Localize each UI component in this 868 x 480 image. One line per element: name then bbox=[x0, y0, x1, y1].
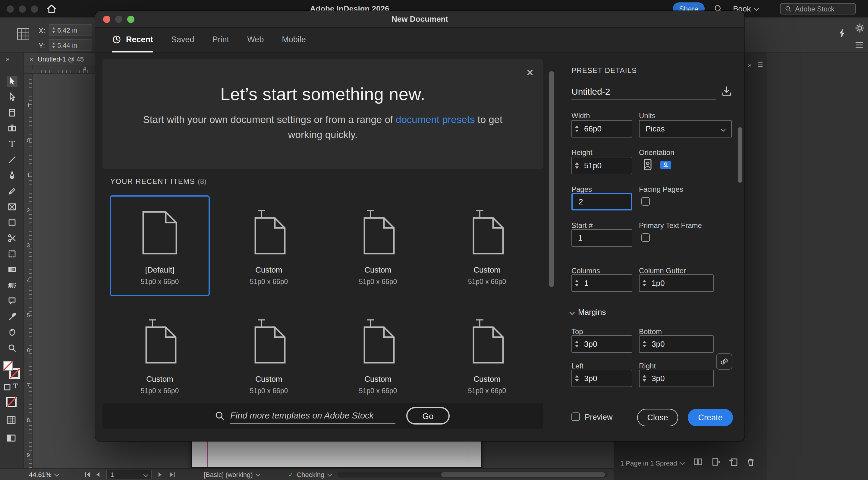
go-button[interactable]: Go bbox=[406, 407, 450, 424]
formatting-affects-text-icon[interactable]: T bbox=[13, 382, 18, 390]
stock-search-input[interactable]: Find more templates on Adobe Stock bbox=[230, 408, 396, 424]
preset-card-custom[interactable]: Custom 51p0 x 66p0 bbox=[328, 196, 428, 296]
home-icon[interactable] bbox=[46, 3, 57, 14]
hand-tool[interactable] bbox=[7, 327, 18, 338]
margin-left-stepper[interactable] bbox=[572, 370, 581, 387]
pages-count-input[interactable]: 2 bbox=[571, 193, 632, 210]
previous-page-icon[interactable] bbox=[95, 472, 100, 478]
gradient-feather-tool[interactable] bbox=[7, 280, 18, 291]
preflight-status-dropdown[interactable]: ✓Checking bbox=[288, 471, 332, 479]
margin-right-input[interactable]: 3p0 bbox=[639, 370, 714, 387]
margin-right-stepper[interactable] bbox=[640, 370, 649, 387]
screen-mode-icon[interactable] bbox=[6, 433, 16, 443]
download-preset-icon[interactable] bbox=[721, 86, 733, 97]
type-tool[interactable]: T bbox=[7, 139, 18, 150]
gradient-swatch-tool[interactable] bbox=[7, 264, 18, 275]
columns-stepper[interactable] bbox=[572, 275, 581, 291]
gap-tool[interactable] bbox=[7, 123, 18, 134]
column-gutter-stepper[interactable] bbox=[640, 275, 649, 291]
column-gutter-input[interactable]: 1p0 bbox=[639, 274, 714, 292]
reference-point-grid-icon[interactable] bbox=[17, 28, 30, 40]
gear-icon[interactable] bbox=[855, 23, 865, 33]
facing-pages-checkbox[interactable] bbox=[641, 197, 650, 206]
primary-text-frame-checkbox[interactable] bbox=[641, 233, 650, 242]
horizontal-scrollbar-thumb[interactable] bbox=[441, 472, 605, 477]
preset-panel-scrollbar-thumb[interactable] bbox=[738, 127, 742, 183]
preset-card-custom[interactable]: Custom 51p0 x 66p0 bbox=[219, 196, 319, 296]
eyedropper-tool[interactable] bbox=[7, 311, 18, 322]
page-size-icon[interactable] bbox=[693, 457, 703, 467]
preview-checkbox[interactable] bbox=[571, 413, 580, 421]
page-transition-icon[interactable] bbox=[711, 457, 721, 467]
tab-recent[interactable]: Recent bbox=[112, 28, 153, 53]
x-stepper[interactable] bbox=[50, 25, 57, 35]
apply-none-button[interactable] bbox=[6, 397, 17, 408]
dialog-minimize-button[interactable] bbox=[115, 16, 122, 23]
document-name-input[interactable]: Untitled-2 bbox=[571, 83, 716, 100]
dialog-zoom-button[interactable] bbox=[127, 16, 134, 23]
tab-mobile[interactable]: Mobile bbox=[282, 28, 306, 53]
preset-card-default[interactable]: [Default] 51p0 x 66p0 bbox=[110, 196, 210, 296]
free-transform-tool[interactable] bbox=[7, 248, 18, 259]
tab-print[interactable]: Print bbox=[213, 28, 229, 53]
preset-card-custom[interactable]: Custom 51p0 x 66p0 bbox=[437, 196, 537, 296]
y-position-input[interactable]: 5.44 in bbox=[49, 39, 92, 51]
start-number-input[interactable]: 1 bbox=[571, 229, 632, 247]
page-tool[interactable] bbox=[7, 107, 18, 118]
portrait-orientation-button[interactable] bbox=[640, 157, 655, 173]
first-page-icon[interactable] bbox=[84, 472, 91, 478]
lightning-icon[interactable] bbox=[838, 28, 846, 38]
close-button[interactable]: Close bbox=[637, 409, 678, 426]
close-window-button[interactable] bbox=[7, 5, 14, 13]
next-page-icon[interactable] bbox=[158, 472, 163, 478]
rectangle-frame-tool[interactable] bbox=[7, 202, 18, 212]
pen-tool[interactable] bbox=[7, 170, 18, 181]
dialog-scrollbar-thumb[interactable] bbox=[549, 71, 554, 287]
document-tab[interactable]: × Untitled-1 @ 45 bbox=[24, 53, 104, 65]
margin-left-input[interactable]: 3p0 bbox=[571, 370, 632, 387]
preset-card-custom[interactable]: Custom 51p0 x 66p0 bbox=[328, 304, 428, 405]
direct-selection-tool[interactable] bbox=[7, 92, 18, 102]
width-stepper[interactable] bbox=[572, 121, 581, 137]
ruler-origin-corner[interactable] bbox=[24, 65, 33, 73]
minimize-window-button[interactable] bbox=[19, 5, 26, 13]
pages-status[interactable]: 1 Page in 1 Spread bbox=[620, 459, 684, 467]
formatting-affects-container-icon[interactable] bbox=[4, 384, 11, 391]
height-input[interactable]: 51p0 bbox=[571, 157, 632, 174]
preset-card-custom[interactable]: Custom 51p0 x 66p0 bbox=[437, 304, 537, 405]
last-page-icon[interactable] bbox=[169, 472, 176, 478]
zoom-tool[interactable] bbox=[7, 342, 18, 353]
horizontal-scrollbar[interactable] bbox=[338, 472, 608, 478]
adobe-stock-search-input[interactable]: Adobe Stock bbox=[780, 3, 856, 14]
panel-menu-icon[interactable]: ☰ bbox=[758, 61, 763, 68]
margin-top-input[interactable]: 3p0 bbox=[571, 335, 632, 353]
selection-tool[interactable] bbox=[7, 76, 18, 87]
document-presets-link[interactable]: document presets bbox=[396, 114, 475, 125]
fill-stroke-swatches[interactable] bbox=[3, 361, 21, 380]
height-stepper[interactable] bbox=[572, 157, 581, 174]
x-position-input[interactable]: 6.42 in bbox=[49, 24, 92, 36]
delete-page-icon[interactable] bbox=[746, 457, 755, 467]
columns-input[interactable]: 1 bbox=[571, 274, 632, 292]
create-page-icon[interactable] bbox=[729, 457, 738, 467]
rectangle-tool[interactable] bbox=[7, 217, 18, 228]
units-select[interactable]: Picas bbox=[639, 120, 732, 138]
tab-saved[interactable]: Saved bbox=[171, 28, 194, 53]
margins-section-header[interactable]: Margins bbox=[570, 307, 606, 317]
margin-bottom-input[interactable]: 3p0 bbox=[639, 335, 714, 353]
hero-close-icon[interactable]: × bbox=[527, 66, 533, 79]
preset-card-custom[interactable]: Custom 51p0 x 66p0 bbox=[219, 304, 319, 405]
y-stepper[interactable] bbox=[50, 40, 57, 50]
apply-gradient-icon[interactable] bbox=[6, 415, 16, 425]
tab-web[interactable]: Web bbox=[247, 28, 264, 53]
margin-bottom-stepper[interactable] bbox=[640, 336, 649, 352]
margin-top-stepper[interactable] bbox=[572, 336, 581, 352]
dialog-close-button[interactable] bbox=[103, 16, 110, 23]
landscape-orientation-button[interactable] bbox=[658, 157, 673, 173]
collapse-panel-icon[interactable]: » bbox=[6, 56, 9, 62]
pencil-tool[interactable] bbox=[7, 186, 18, 197]
note-tool[interactable] bbox=[7, 296, 18, 306]
zoom-window-button[interactable] bbox=[31, 5, 38, 13]
scissors-tool[interactable] bbox=[7, 233, 18, 244]
panel-menu-icon[interactable] bbox=[855, 40, 864, 50]
